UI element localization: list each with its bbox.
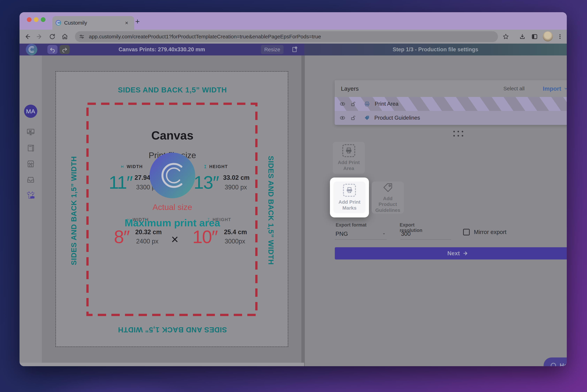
dimensions-separator: × — [171, 232, 178, 246]
url-bar[interactable]: app.customily.com/createProduct1?forProd… — [75, 31, 498, 42]
export-resolution-value: 300 — [401, 230, 411, 237]
max-height-inches: 10″ — [192, 226, 217, 247]
mirror-export-checkbox[interactable] — [463, 229, 470, 236]
tag-layer-icon — [364, 115, 370, 121]
reload-button[interactable] — [47, 32, 57, 42]
step-header: Step 1/3 - Production file settings — [304, 44, 567, 56]
close-window-button[interactable] — [27, 17, 31, 22]
layer-row-product-guidelines[interactable]: Product Guidelines ID 2 — [335, 111, 567, 125]
account-avatar[interactable]: MA — [19, 105, 42, 118]
customily-favicon — [55, 20, 61, 26]
lock-open-icon[interactable] — [350, 115, 356, 121]
browser-navbar: app.customily.com/createProduct1?forProd… — [19, 30, 567, 44]
add-print-area-button[interactable]: Add Print Area — [333, 142, 365, 174]
artboard-title: Canvas — [151, 128, 193, 142]
max-height-cm: 25.4 cm — [224, 228, 247, 236]
visibility-eye-icon[interactable] — [340, 115, 345, 121]
browser-profile-avatar[interactable] — [543, 32, 553, 42]
visibility-eye-icon[interactable] — [340, 101, 345, 107]
mirror-export-field[interactable]: Mirror export — [463, 229, 507, 236]
layers-header: Layers Select all Import — [335, 80, 567, 97]
home-button[interactable] — [60, 32, 70, 42]
height-inches: 13″ — [194, 172, 219, 193]
import-button[interactable]: Import — [543, 85, 567, 92]
width-measure-icon — [120, 164, 125, 169]
layer-name: Product Guidelines — [374, 115, 420, 121]
max-width-cm: 20.32 cm — [135, 228, 162, 236]
layer-name: Print Area — [375, 101, 398, 107]
layer-id: ID 1 — [567, 101, 567, 107]
export-resolution-input[interactable]: 300 — [400, 230, 451, 240]
add-print-marks-button[interactable]: Add Print Marks — [333, 182, 366, 213]
tab-title: Customily — [64, 20, 87, 26]
width-label: WIDTH — [120, 164, 143, 169]
export-format-select[interactable]: PNG — [335, 230, 387, 240]
editor-toolbar: Canvas Prints: 279.40x330.20 mm Resize — [19, 44, 304, 56]
side-label-bottom: SIDES AND BACK 1,5” WIDTH — [118, 326, 227, 334]
print-area-layer-icon — [364, 101, 370, 107]
add-page-icon[interactable] — [289, 45, 299, 54]
browser-window: Customily × + app.customily.com/createPr… — [19, 12, 567, 366]
height-px: 3900 px — [225, 184, 247, 191]
lock-open-icon[interactable] — [350, 101, 356, 107]
maximize-window-button[interactable] — [41, 17, 45, 22]
max-width-px: 2400 px — [136, 238, 158, 245]
sidebar-item-orders[interactable] — [19, 175, 42, 184]
production-settings-panel: Layers Select all Import Print Area — [305, 56, 567, 366]
browser-menu-icon[interactable] — [555, 32, 565, 42]
side-label-right: SIDES AND BACK 1,5” WIDTH — [267, 156, 275, 265]
panel-drag-handle[interactable] — [453, 130, 464, 137]
export-format-label: Export format — [336, 222, 367, 228]
app-sidebar: MA POD — [19, 56, 42, 366]
tag-icon — [382, 182, 393, 193]
tab-close-icon[interactable]: × — [125, 20, 128, 26]
sidebar-item-design-editor[interactable] — [19, 128, 42, 137]
tab-strip: Customily × + — [19, 12, 567, 30]
artboard[interactable]: SIDES AND BACK 1,5” WIDTH SIDES AND BACK… — [55, 71, 288, 347]
layers-panel: Layers Select all Import Print Area — [335, 80, 567, 125]
download-icon[interactable] — [518, 32, 527, 42]
mirror-export-label: Mirror export — [474, 229, 507, 236]
max-width-inches: 8″ — [114, 226, 129, 247]
editor-canvas-area[interactable]: SIDES AND BACK 1,5” WIDTH SIDES AND BACK… — [42, 56, 301, 366]
minimize-window-button[interactable] — [34, 17, 38, 22]
help-button[interactable]: Help — [544, 358, 567, 366]
spotlight-highlight: Add Print Marks — [330, 178, 369, 218]
next-arrow-icon — [463, 250, 468, 256]
site-settings-icon[interactable] — [79, 34, 85, 40]
height-measure-icon — [203, 164, 208, 169]
panel-divider — [301, 56, 305, 366]
side-label-left: SIDES AND BACK 1,5” WIDTH — [70, 156, 78, 265]
browser-tab[interactable]: Customily × — [52, 16, 134, 30]
sidebar-item-pod-products[interactable]: POD — [19, 190, 42, 200]
layer-id: ID 2 — [567, 115, 567, 121]
select-all-button[interactable]: Select all — [503, 86, 525, 92]
new-tab-button[interactable]: + — [135, 17, 140, 26]
height-label: HEIGHT — [203, 164, 228, 169]
print-area-icon — [342, 144, 355, 157]
side-label-top: SIDES AND BACK 1,5” WIDTH — [118, 86, 227, 94]
max-height-px: 3000px — [225, 238, 245, 245]
resize-button[interactable]: Resize — [261, 45, 284, 54]
forward-button[interactable] — [35, 32, 45, 42]
width-inches: 11″ — [109, 172, 132, 193]
print-marks-icon — [343, 184, 356, 197]
layer-row-print-area[interactable]: Print Area ID 1 — [335, 97, 567, 111]
sidebar-item-templates[interactable] — [19, 144, 42, 152]
back-button[interactable] — [22, 32, 32, 42]
customily-watermark-logo — [149, 152, 196, 198]
side-panel-icon[interactable] — [530, 32, 540, 42]
bookmark-star-icon[interactable] — [501, 32, 511, 42]
height-cm: 33.02 cm — [223, 174, 250, 181]
sidebar-item-store[interactable] — [19, 160, 42, 168]
select-arrow-icon — [382, 232, 386, 236]
next-button[interactable]: Next — [335, 247, 567, 260]
layers-title: Layers — [341, 85, 359, 92]
svg-text:POD: POD — [30, 196, 34, 198]
add-product-guidelines-button[interactable]: Add Product Guidelines — [372, 182, 404, 214]
chat-bubble-icon — [550, 362, 557, 366]
url-text[interactable]: app.customily.com/createProduct1?forProd… — [89, 34, 321, 40]
chevron-down-icon — [564, 86, 567, 91]
export-format-value: PNG — [336, 230, 348, 237]
horizontal-scrollbar[interactable] — [19, 363, 304, 366]
